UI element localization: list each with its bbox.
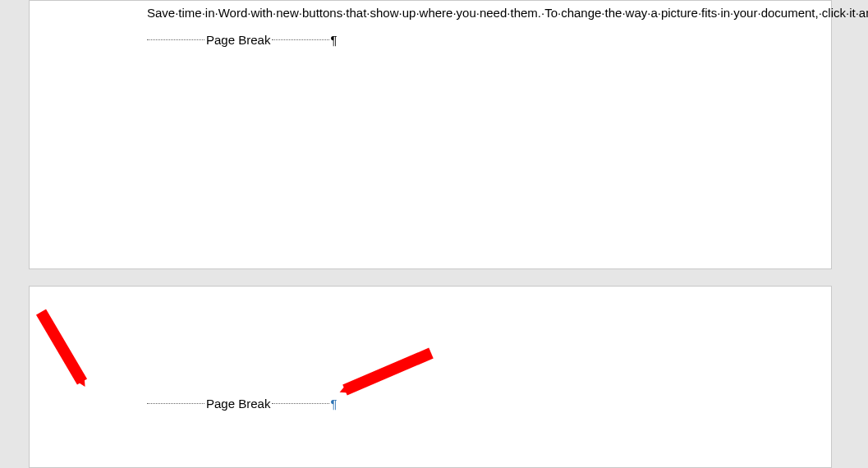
page-break-indicator-1[interactable]: Page Break ¶ — [147, 33, 714, 47]
page-break-label: Page Break — [204, 397, 272, 411]
page-break-dots-left — [147, 39, 204, 40]
page-break-dots-left — [147, 403, 204, 404]
page-break-dots-right — [272, 403, 329, 404]
page-break-dots-right — [272, 39, 329, 40]
document-page-1[interactable]: Save·time·in·Word·with·new·buttons·that·… — [29, 0, 832, 269]
document-page-2[interactable]: Page Break ¶ — [29, 286, 832, 468]
pilcrow-mark-selected: ¶ — [329, 397, 337, 411]
pilcrow-mark: ¶ — [329, 33, 337, 47]
paragraph-text[interactable]: Save·time·in·Word·with·new·buttons·that·… — [147, 5, 714, 21]
page-break-indicator-2[interactable]: Page Break ¶ — [147, 397, 714, 411]
page-break-label: Page Break — [204, 33, 272, 47]
